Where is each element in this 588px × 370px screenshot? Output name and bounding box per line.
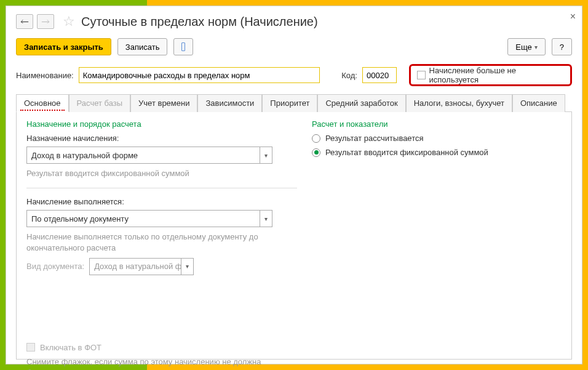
- nav-back-button[interactable]: 🡐: [16, 14, 33, 29]
- fot-label: Включать в ФОТ: [40, 343, 101, 352]
- tab-deps[interactable]: Зависимости: [197, 94, 262, 112]
- more-button[interactable]: Еще: [507, 38, 545, 55]
- fot-checkbox[interactable]: [26, 343, 35, 352]
- tab-taxes[interactable]: Налоги, взносы, бухучет: [406, 94, 512, 112]
- unused-checkbox[interactable]: [417, 71, 426, 79]
- nav-forward-button[interactable]: 🡒: [37, 14, 54, 29]
- tabs: Основное Расчет базы Учет времени Зависи…: [16, 94, 572, 112]
- doc-type-select[interactable]: Доход в натуральной фор ▾: [89, 258, 194, 275]
- tab-time[interactable]: Учет времени: [130, 94, 197, 112]
- report-button[interactable]: [173, 38, 193, 55]
- purpose-select[interactable]: Доход в натуральной форме ▾: [26, 147, 272, 164]
- tab-main[interactable]: Основное: [16, 94, 69, 112]
- purpose-label: Назначение начисления:: [26, 134, 297, 143]
- doc-type-label: Вид документа:: [26, 262, 84, 271]
- name-input[interactable]: [79, 67, 320, 83]
- unused-label: Начисление больше не используется: [429, 66, 564, 84]
- executed-select[interactable]: По отдельному документу ▾: [26, 210, 272, 227]
- chevron-down-icon: ▾: [260, 211, 272, 227]
- executed-value: По отдельному документу: [27, 214, 260, 223]
- doc-type-value: Доход в натуральной фор: [90, 262, 181, 271]
- code-input[interactable]: [362, 67, 397, 83]
- divider: [26, 188, 297, 188]
- radio-calculated[interactable]: [312, 134, 320, 143]
- save-close-button[interactable]: Записать и закрыть: [16, 38, 111, 55]
- radio-fixed-label: Результат вводится фиксированной суммой: [325, 148, 488, 157]
- tab-avg[interactable]: Средний заработок: [317, 94, 405, 112]
- help-button[interactable]: ?: [552, 38, 572, 55]
- chevron-down-icon: ▾: [181, 259, 193, 275]
- name-label: Наименование:: [16, 71, 74, 80]
- unused-highlight: Начисление больше не используется: [409, 64, 572, 86]
- save-button[interactable]: Записать: [117, 38, 168, 55]
- radio-fixed[interactable]: [312, 148, 320, 157]
- left-section-title: Назначение и порядок расчета: [26, 119, 297, 129]
- page-title: Суточные в пределах норм (Начисление): [81, 15, 318, 29]
- tab-desc[interactable]: Описание: [512, 94, 565, 112]
- tab-base[interactable]: Расчет базы: [69, 94, 131, 112]
- purpose-hint: Результат вводится фиксированной суммой: [26, 168, 279, 179]
- code-label: Код:: [341, 71, 357, 80]
- chevron-down-icon: ▾: [260, 147, 272, 163]
- purpose-value: Доход в натуральной форме: [27, 151, 260, 160]
- fot-hint: Снимите флажок, если сумма по этому начи…: [26, 356, 279, 370]
- right-section-title: Расчет и показатели: [312, 119, 562, 129]
- radio-calculated-label: Результат рассчитывается: [325, 134, 424, 143]
- tab-priority[interactable]: Приоритет: [262, 94, 317, 112]
- favorite-star-icon[interactable]: ☆: [63, 14, 75, 30]
- close-icon[interactable]: ×: [570, 11, 576, 22]
- executed-label: Начисление выполняется:: [26, 197, 297, 206]
- document-icon: [181, 42, 185, 51]
- executed-hint: Начисление выполняется только по отдельн…: [26, 231, 279, 254]
